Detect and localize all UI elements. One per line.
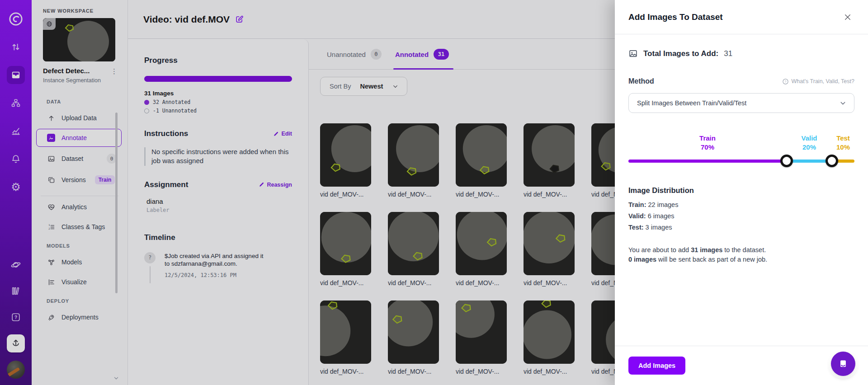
slider-label-test: Test10%	[832, 134, 854, 152]
close-icon[interactable]	[842, 11, 854, 23]
total-images-label: Total Images to Add:	[643, 49, 718, 58]
method-help-link[interactable]: ? What's Train, Valid, Test?	[782, 78, 854, 85]
chat-widget-button[interactable]	[831, 352, 855, 376]
total-images-value: 31	[724, 49, 732, 58]
modal-title: Add Images To Dataset	[628, 12, 723, 22]
method-label: Method	[628, 77, 654, 85]
method-dropdown-value: Split Images Between Train/Valid/Test	[637, 99, 746, 107]
add-images-button[interactable]: Add Images	[628, 357, 685, 375]
svg-text:?: ?	[784, 80, 786, 83]
chevron-down-icon	[839, 99, 847, 107]
method-dropdown[interactable]: Split Images Between Train/Valid/Test	[628, 93, 854, 113]
slider-segment-train	[628, 160, 787, 163]
image-icon	[628, 49, 638, 58]
slider-label-valid: Valid20%	[787, 134, 832, 152]
app-root: ⚙ ?	[0, 0, 868, 385]
distribution-row: Test: 3 images	[628, 224, 854, 231]
add-images-modal: Add Images To Dataset Total Images to Ad…	[615, 0, 868, 385]
distribution-row: Train: 22 images	[628, 201, 854, 208]
slider-segment-valid	[787, 160, 832, 163]
split-slider: Train70%Valid20%Test10%	[628, 134, 854, 163]
slider-handle[interactable]	[780, 155, 793, 167]
total-images-row: Total Images to Add: 31	[628, 49, 854, 58]
split-slider-track[interactable]	[628, 160, 854, 163]
slider-handle[interactable]	[826, 155, 838, 167]
summary-text: You are about to add 31 images to the da…	[628, 245, 854, 264]
distribution-row: Valid: 6 images	[628, 212, 854, 220]
distribution-heading: Image Distribution	[628, 186, 854, 195]
slider-label-train: Train70%	[628, 134, 787, 152]
